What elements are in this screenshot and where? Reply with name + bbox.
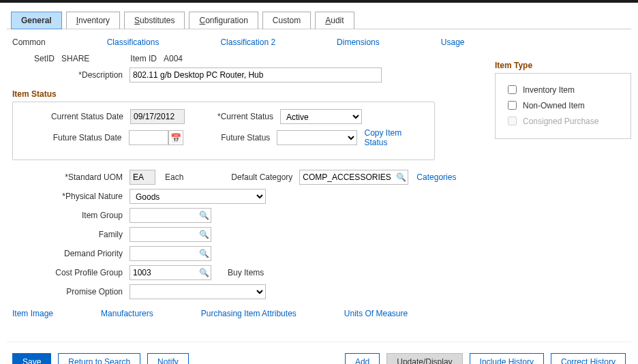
future-status-select[interactable]	[277, 130, 357, 145]
tab-configuration[interactable]: Configuration	[189, 12, 258, 29]
tab-custom[interactable]: Custom	[262, 12, 311, 29]
update-display-button[interactable]: Update/Display	[386, 353, 462, 364]
std-uom-label: Standard UOM	[7, 172, 130, 182]
current-status-date-label: Current Status Date	[21, 112, 130, 121]
setid-value: SHARE	[61, 54, 123, 63]
tab-strip: General Inventory Substitutes Configurat…	[7, 8, 631, 29]
family-label: Family	[7, 230, 130, 239]
physical-nature-select[interactable]: Goods	[130, 189, 266, 204]
add-button[interactable]: Add	[345, 353, 380, 364]
include-history-button[interactable]: Include History	[470, 353, 544, 364]
physical-nature-label: Physical Nature	[7, 192, 130, 201]
cost-profile-desc: Buy Items	[228, 268, 264, 277]
search-icon[interactable]: 🔍	[196, 227, 211, 242]
current-status-date-value	[130, 109, 185, 124]
demand-priority-label: Demand Priority	[7, 249, 130, 258]
tab-substitutes[interactable]: Substitutes	[124, 12, 185, 29]
categories-link[interactable]: Categories	[416, 172, 456, 182]
search-icon[interactable]: 🔍	[196, 208, 211, 223]
std-uom-value	[130, 170, 155, 185]
calendar-icon[interactable]: 📅	[168, 130, 183, 145]
promise-option-label: Promise Option	[7, 287, 130, 297]
manufacturers-link[interactable]: Manufacturers	[101, 309, 153, 318]
std-uom-desc: Each	[165, 172, 183, 182]
copy-item-status-link[interactable]: Copy Item Status	[364, 128, 426, 147]
item-type-title: Item Type	[495, 61, 631, 70]
sublink-classifications[interactable]: Classifications	[107, 37, 160, 47]
search-icon[interactable]: 🔍	[196, 265, 211, 280]
uom-link[interactable]: Units Of Measure	[344, 309, 408, 318]
promise-option-select[interactable]	[130, 284, 266, 299]
consigned-purchase-label: Consigned Purchase	[523, 117, 598, 126]
itemid-label: Item ID	[123, 54, 164, 63]
setid-label: SetID	[7, 54, 61, 63]
item-image-link[interactable]: Item Image	[12, 309, 53, 318]
future-status-date-input[interactable]	[129, 130, 168, 145]
notify-button[interactable]: Notify	[147, 353, 189, 364]
current-status-label: Current Status	[185, 112, 280, 121]
return-to-search-button[interactable]: Return to Search	[58, 353, 140, 364]
nonowned-item-checkbox[interactable]	[508, 101, 517, 110]
future-status-date-label: Future Status Date	[21, 133, 129, 142]
future-status-label: Future Status	[183, 133, 277, 142]
save-button[interactable]: Save	[12, 353, 51, 364]
consigned-purchase-checkbox	[508, 117, 517, 125]
sublink-common: Common	[12, 37, 46, 47]
tab-inventory[interactable]: Inventory	[66, 12, 120, 29]
sublink-dimensions[interactable]: Dimensions	[337, 37, 380, 47]
nonowned-item-label: Non-Owned Item	[523, 101, 585, 110]
correct-history-button[interactable]: Correct History	[551, 353, 626, 364]
item-group-label: Item Group	[7, 211, 130, 220]
tab-general[interactable]: General	[11, 12, 62, 29]
action-row: Save Return to Search Notify Add Update/…	[7, 349, 631, 364]
cost-profile-label: Cost Profile Group	[7, 268, 130, 277]
default-category-label: Default Category	[183, 172, 299, 182]
sublink-usage[interactable]: Usage	[441, 37, 465, 47]
description-label: Description	[7, 70, 130, 80]
sublink-classification2[interactable]: Classification 2	[220, 37, 275, 47]
purchasing-attrs-link[interactable]: Purchasing Item Attributes	[201, 309, 297, 318]
sublink-row: Common Classifications Classification 2 …	[7, 35, 631, 54]
tab-audit[interactable]: Audit	[315, 12, 354, 29]
inventory-item-label: Inventory Item	[523, 85, 575, 95]
item-status-box: Current Status Date Current Status Activ…	[12, 102, 435, 160]
itemid-value: A004	[164, 54, 183, 63]
inventory-item-checkbox[interactable]	[508, 85, 517, 94]
search-icon[interactable]: 🔍	[393, 170, 408, 185]
item-status-title: Item Status	[12, 89, 481, 99]
description-input[interactable]	[130, 67, 382, 82]
current-status-select[interactable]: Active	[280, 109, 362, 124]
default-category-input[interactable]	[299, 170, 408, 185]
search-icon[interactable]: 🔍	[196, 246, 211, 261]
bottom-links-row: Item Image Manufacturers Purchasing Item…	[7, 303, 631, 329]
item-type-box: Inventory Item Non-Owned Item Consigned …	[495, 73, 631, 139]
